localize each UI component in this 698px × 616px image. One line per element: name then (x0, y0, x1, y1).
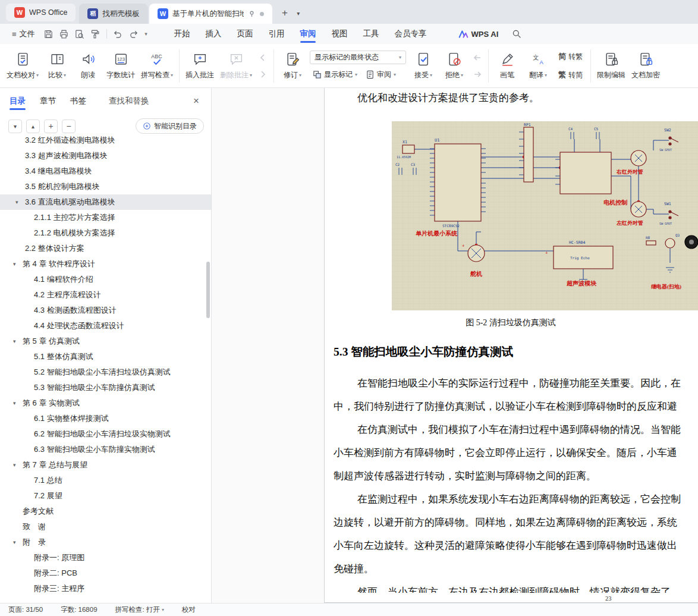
save-button[interactable] (42, 27, 56, 41)
markup-state-select[interactable]: 显示标记的最终状态 ▾ (310, 51, 406, 64)
toc-item[interactable]: 3.5 舵机控制电路模块 (0, 179, 211, 194)
doc-proofread-button[interactable]: 文档校对▾ (4, 48, 42, 84)
toc-expand-arrow-icon[interactable]: ▾ (13, 261, 23, 267)
toc-expand-arrow-icon[interactable]: ▾ (15, 199, 25, 205)
toc-item[interactable]: 参考文献 (0, 504, 211, 519)
previous-change-button[interactable] (471, 52, 483, 64)
next-comment-button[interactable] (257, 68, 269, 80)
sidebar-tab[interactable]: 查找和替换 (109, 88, 149, 114)
toc-item[interactable]: 4.1 编程软件介绍 (0, 272, 211, 287)
word-count-button[interactable]: 123 字数统计 (103, 48, 138, 84)
tab-wps-office[interactable]: W WPS Office (6, 4, 76, 21)
circuit-figure[interactable]: U1 STC89C52 X1 11.0592M C2 C3 RP1 C4 C5 … (392, 121, 698, 310)
previous-comment-button[interactable] (257, 52, 269, 64)
toc-item[interactable]: 3.4 继电器电路模块 (0, 164, 211, 179)
toc-item[interactable]: 5.2 智能扫地吸尘小车清扫垃圾仿真测试 (0, 364, 211, 380)
status-word-count[interactable]: 字数: 16809 (61, 605, 97, 614)
toc-item[interactable]: ▾第 4 章 软件程序设计 (0, 256, 211, 272)
redo-button[interactable] (127, 27, 141, 41)
delete-comment-button[interactable]: 删除批注▾ (217, 48, 255, 84)
wps-ai-button[interactable]: WPS AI (458, 30, 499, 39)
track-changes-button[interactable]: 修订▾ (277, 48, 308, 84)
tab-docer-templates[interactable]: 稻 找稻壳模板 (79, 4, 148, 24)
toc-item[interactable]: ▾第 6 章 实物测试 (0, 395, 211, 411)
menu-tab[interactable]: 会员专享 (387, 24, 435, 44)
toc-item[interactable]: ▾第 7 章 总结与展望 (0, 457, 211, 473)
print-button[interactable] (57, 27, 71, 41)
toc-item[interactable]: 4.2 主程序流程设计 (0, 287, 211, 303)
sidebar-scrollbar-thumb[interactable] (206, 262, 210, 318)
toc-item[interactable]: 致 谢 (0, 519, 211, 535)
menu-tab[interactable]: 插入 (198, 24, 229, 44)
sidebar-tab[interactable]: 目录 (10, 88, 26, 114)
pin-icon[interactable] (248, 10, 256, 18)
document-encrypt-button[interactable]: 文档加密 (628, 48, 663, 84)
reject-change-button[interactable]: 拒绝▾ (439, 48, 470, 84)
toc-item[interactable]: ▾附 录 (0, 535, 211, 550)
undo-button[interactable] (111, 27, 125, 41)
to-traditional-button[interactable]: 简 转繁 (555, 50, 586, 63)
zoom-out-toc-button[interactable]: − (62, 120, 76, 133)
toc-item[interactable]: 6.1 实物整体焊接测试 (0, 411, 211, 426)
toc-item[interactable]: 4.3 检测函数流程图设计 (0, 303, 211, 318)
restrict-editing-button[interactable]: 限制编辑 (594, 48, 628, 84)
menu-tab[interactable]: 审阅 (293, 24, 324, 44)
zoom-in-toc-button[interactable]: + (44, 120, 58, 133)
menu-tab[interactable]: 视图 (324, 24, 356, 44)
show-markup-button[interactable]: 显示标记▾ (310, 68, 360, 81)
sidebar-close-icon[interactable]: × (190, 95, 203, 108)
review-pane-button[interactable]: 审阅▾ (363, 68, 399, 81)
toc-item[interactable]: 5.1 整体仿真测试 (0, 349, 211, 364)
spell-check-button[interactable]: ABC 拼写检查▾ (138, 48, 176, 84)
toc-item[interactable]: 2.1.2 电机模块方案选择 (0, 225, 211, 241)
collapse-all-button[interactable]: ▾ (8, 120, 22, 133)
sidebar-tab[interactable]: 书签 (70, 88, 86, 114)
toc-item[interactable]: 4.4 处理状态函数流程设计 (0, 318, 211, 334)
toc-item[interactable]: 附录二: PCB (0, 565, 211, 581)
toc-expand-arrow-icon[interactable]: ▾ (13, 338, 23, 344)
expand-all-button[interactable]: ▴ (26, 120, 40, 133)
print-preview-button[interactable] (73, 27, 87, 41)
menu-tab[interactable]: 开始 (166, 24, 198, 44)
toc-item[interactable]: 2.2 整体设计方案 (0, 241, 211, 256)
toc-item[interactable]: 5.3 智能扫地吸尘小车防撞仿真测试 (0, 380, 211, 395)
toc-item[interactable]: 7.2 展望 (0, 488, 211, 504)
menu-tab[interactable]: 页面 (229, 24, 261, 44)
toc-item[interactable]: 6.3 智能扫地吸尘小车防撞实物测试 (0, 442, 211, 457)
toc-item[interactable]: 附录一: 原理图 (0, 550, 211, 565)
status-proofread[interactable]: 校对 (182, 605, 196, 614)
accept-change-button[interactable]: 接受▾ (408, 48, 439, 84)
toc-item[interactable]: 6.2 智能扫地吸尘小车清扫垃圾实物测试 (0, 426, 211, 442)
toc-item[interactable]: 3.3 超声波检测电路模块 (0, 148, 211, 164)
tab-close-dot[interactable] (260, 12, 264, 16)
status-spell-check[interactable]: 拼写检查: 打开▾ (115, 605, 164, 614)
format-painter-button[interactable] (88, 27, 102, 41)
sidebar-tab[interactable]: 章节 (40, 88, 56, 114)
tab-current-document[interactable]: W 基于单片机的智能扫地吸尘小... (149, 4, 272, 24)
search-icon[interactable] (509, 26, 524, 42)
toc-expand-arrow-icon[interactable]: ▾ (13, 400, 23, 406)
smart-toc-button[interactable]: 智能识别目录 (136, 118, 204, 134)
compare-button[interactable]: 比较▾ (42, 48, 73, 84)
pen-button[interactable]: 画笔 (492, 48, 523, 84)
toc-item[interactable]: 3.2 红外循迹检测电路模块 (0, 133, 211, 148)
toc-item[interactable]: ▾3.6 直流电机驱动电路模块 (0, 194, 211, 210)
toc-item[interactable]: 2.1.1 主控芯片方案选择 (0, 210, 211, 225)
tab-list-chevron[interactable]: ▾ (293, 5, 304, 21)
toc-expand-arrow-icon[interactable]: ▾ (13, 539, 23, 545)
toc-item[interactable]: 7.1 总结 (0, 473, 211, 488)
read-aloud-button[interactable]: 朗读 (73, 48, 103, 84)
menu-tab[interactable]: 工具 (356, 24, 387, 44)
insert-comment-button[interactable]: 插入批注 (183, 48, 217, 84)
new-tab-button[interactable]: + (277, 5, 293, 21)
to-simplified-button[interactable]: 繁 转简 (555, 68, 586, 81)
next-change-button[interactable] (471, 68, 483, 80)
translate-button[interactable]: 文A 翻译▾ (523, 48, 554, 84)
document-page[interactable]: 优化和改进设计方案提供了宝贵的参考。 (324, 88, 698, 603)
toc-item[interactable]: 附录三: 主程序 (0, 581, 211, 596)
toc-expand-arrow-icon[interactable]: ▾ (13, 462, 23, 468)
file-menu-button[interactable]: ≡ 文件 (6, 26, 41, 42)
status-page-count[interactable]: 页面: 31/50 (8, 605, 43, 614)
menu-tab[interactable]: 引用 (261, 24, 293, 44)
history-chevron[interactable]: ▾ (142, 27, 150, 41)
